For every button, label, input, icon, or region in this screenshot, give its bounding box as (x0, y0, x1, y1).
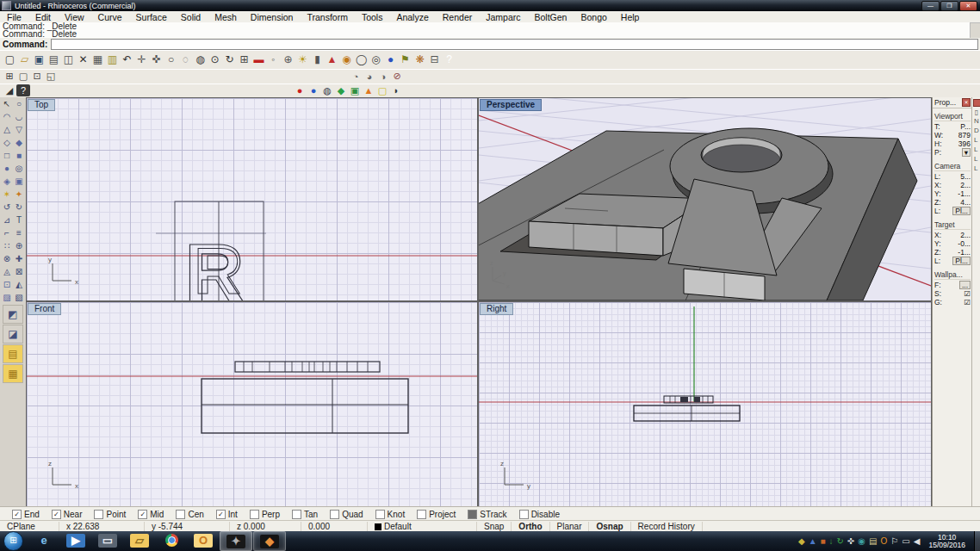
toolbar-button[interactable]: ▣ (32, 53, 47, 67)
shade-mode-button[interactable]: ⊘ (390, 71, 404, 83)
palette-tool[interactable]: ↖ (1, 97, 13, 110)
taskbar-app-button[interactable]: ▱ (124, 531, 155, 549)
menu-item[interactable]: Jamparc (479, 12, 527, 22)
palette-tool[interactable]: ⊕ (13, 239, 25, 252)
taskbar-clock[interactable]: 10:10 15/09/2016 (923, 534, 971, 549)
property-row[interactable]: S: ☑ (934, 289, 971, 298)
tray-icon[interactable]: ◀ (914, 536, 921, 546)
osnap-checkbox[interactable]: ✓ (12, 510, 22, 519)
menu-item[interactable]: Help (614, 12, 647, 22)
palette-tool[interactable]: ⌐ (1, 226, 13, 239)
toolbar-button[interactable]: ? (442, 53, 456, 67)
tray-icon[interactable]: ↻ (837, 536, 844, 546)
palette-tool[interactable]: ◭ (13, 278, 25, 291)
taskbar-app-button[interactable]: ◆ (253, 531, 286, 551)
taskbar-app-button[interactable]: O (188, 531, 219, 549)
property-row[interactable]: H: 396 (934, 139, 971, 148)
palette-tool[interactable]: ≡ (13, 226, 25, 239)
toolbar-button[interactable]: ▢ (3, 53, 17, 67)
strip-close-icon[interactable] (973, 99, 980, 107)
toolbar-button[interactable]: ✕ (76, 53, 90, 67)
osnap-checkbox[interactable] (519, 510, 529, 519)
menu-item[interactable]: Dimension (244, 12, 301, 22)
palette-tool[interactable]: ⊿ (1, 214, 13, 226)
toolbar-button[interactable]: ? (16, 84, 30, 96)
osnap-checkbox[interactable] (375, 510, 385, 519)
close-button[interactable]: ✕ (959, 1, 977, 11)
property-row[interactable]: Y: -0... (934, 239, 971, 248)
toolbar-button[interactable]: ◫ (61, 53, 76, 67)
palette-tool[interactable]: T (13, 214, 25, 226)
property-row[interactable]: Z: 4... (934, 198, 971, 207)
taskbar-app-button[interactable]: e (28, 531, 59, 549)
osnap-checkbox[interactable] (468, 510, 477, 519)
osnap-checkbox[interactable] (292, 510, 301, 519)
viewport-layout-button[interactable]: ◱ (44, 71, 58, 83)
viewport-perspective-label[interactable]: Perspective (480, 99, 542, 111)
tray-icon[interactable]: ◉ (858, 536, 865, 546)
planar-toggle[interactable]: Planar (550, 522, 590, 532)
menu-item[interactable]: Mesh (208, 12, 244, 22)
viewport-layout-button[interactable]: ⊡ (30, 71, 44, 83)
command-input[interactable] (51, 39, 978, 50)
property-row[interactable]: L: 5... (934, 172, 971, 181)
viewport-layout-button[interactable]: ▢ (16, 71, 30, 83)
layer-indicator[interactable]: Default (368, 522, 477, 532)
toolbar-button[interactable]: ○ (164, 53, 178, 67)
palette-tool[interactable]: ⊠ (13, 265, 25, 278)
palette-tool[interactable]: ✦ (13, 188, 25, 201)
osnap-toggle[interactable]: Tan (292, 510, 318, 519)
property-row[interactable]: F: ... (934, 281, 971, 289)
property-row[interactable]: P: ▾ (934, 148, 971, 157)
tray-icon[interactable]: O (881, 536, 888, 546)
taskbar-app-button[interactable]: ▭ (92, 531, 123, 549)
shade-mode-button[interactable]: ◑ (376, 71, 390, 83)
tray-icon[interactable]: ▤ (869, 536, 877, 546)
toolbar-button[interactable]: ▤ (47, 53, 61, 67)
osnap-toggle[interactable]: Cen (176, 510, 203, 519)
display-mode-button[interactable]: ● (293, 84, 307, 96)
palette-tool[interactable]: ∷ (1, 239, 13, 252)
viewport-top[interactable]: Top R R y x (26, 97, 478, 301)
palette-tool[interactable]: ⊗ (1, 252, 13, 265)
palette-tool[interactable]: ▨ (1, 291, 13, 304)
show-desktop-button[interactable] (974, 531, 980, 551)
toolbar-button[interactable]: ↻ (222, 53, 237, 67)
menu-item[interactable]: Bongo (574, 12, 613, 22)
property-row[interactable]: T: P... (934, 122, 971, 131)
toolbar-button[interactable]: ❋ (412, 53, 427, 67)
start-button[interactable]: ⊞ (3, 531, 23, 551)
toolbar-button[interactable]: ◦ (266, 53, 281, 67)
osnap-toggle[interactable]: Project (417, 510, 456, 519)
property-row[interactable]: L: Pl... (934, 207, 971, 215)
toolbar-button[interactable]: ✛ (134, 53, 149, 67)
property-row[interactable]: X: 2... (934, 181, 971, 189)
toolbar-button[interactable]: ☀ (295, 53, 310, 67)
viewport-right-label[interactable]: Right (480, 303, 513, 315)
display-mode-button[interactable]: ▣ (348, 84, 362, 96)
osnap-toggle[interactable]: ✓ Near (52, 510, 83, 519)
osnap-checkbox[interactable]: ✓ (216, 510, 226, 519)
osnap-toggle[interactable]: Quad (330, 510, 363, 519)
palette-tool[interactable]: ◩ (3, 305, 23, 324)
tray-icon[interactable]: ▲ (809, 536, 817, 546)
menu-item[interactable]: View (58, 12, 91, 22)
viewport-front-label[interactable]: Front (28, 303, 61, 315)
menu-item[interactable]: Solid (174, 12, 208, 22)
tray-icon[interactable]: ◆ (798, 536, 805, 546)
viewport-layout-button[interactable]: ⊞ (3, 71, 16, 83)
menu-item[interactable]: Edit (28, 12, 58, 22)
toolbar-button[interactable]: ◉ (339, 53, 354, 67)
palette-tool[interactable]: ◈ (1, 175, 13, 188)
osnap-toggle[interactable]: Knot (375, 510, 406, 519)
palette-tool[interactable]: ▣ (13, 175, 25, 188)
palette-tool[interactable]: ▦ (3, 364, 23, 383)
snap-toggle[interactable]: Snap (477, 522, 512, 532)
display-mode-button[interactable]: ▲ (362, 84, 375, 96)
property-row[interactable]: Y: -1... (934, 189, 971, 198)
menu-item[interactable]: Transform (300, 12, 354, 22)
toolbar-button[interactable]: ◢ (3, 84, 16, 96)
shade-mode-button[interactable]: ◕ (363, 71, 376, 83)
osnap-toggle[interactable]: Perp (250, 510, 280, 519)
menu-item[interactable]: Render (436, 12, 479, 22)
